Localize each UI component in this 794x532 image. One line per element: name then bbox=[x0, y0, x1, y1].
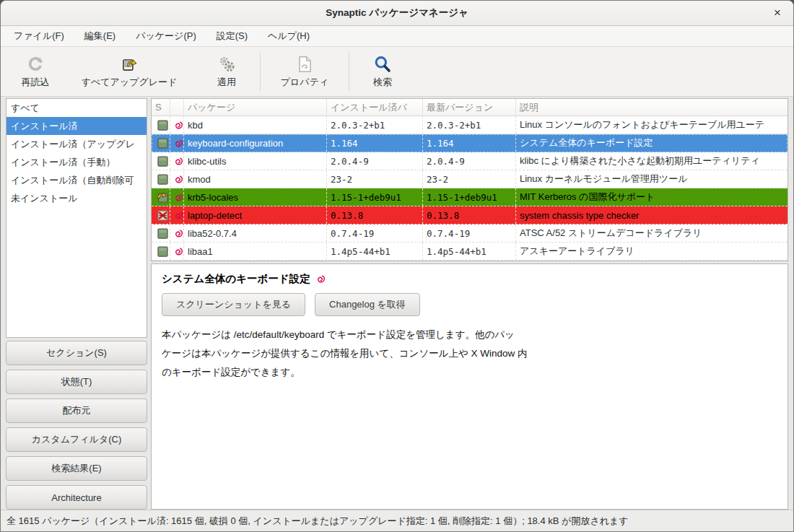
debian-swirl-icon bbox=[174, 229, 183, 238]
table-row-selected[interactable]: keyboard-configuration 1.164 1.164 システム全… bbox=[152, 134, 788, 152]
package-name: klibc-utils bbox=[184, 152, 327, 170]
package-description: klibc により構築された小さな起動初期用ユーティリティ bbox=[516, 152, 788, 170]
table-row[interactable]: klibc-utils 2.0.4-9 2.0.4-9 klibc により構築さ… bbox=[152, 152, 788, 170]
filter-not-installed[interactable]: 未インストール bbox=[6, 189, 147, 207]
filter-installed-autoremovable[interactable]: インストール済（自動削除可 bbox=[6, 171, 147, 189]
column-status[interactable]: S bbox=[152, 99, 170, 115]
package-name: krb5-locales bbox=[184, 188, 327, 206]
menu-bar: ファイル(F) 編集(E) パッケージ(P) 設定(S) ヘルプ(H) bbox=[1, 26, 793, 47]
toolbar: 再読込 すべてアップグレード 適用 プロパティ 検索 bbox=[1, 47, 793, 97]
details-description: 本パッケージは /etc/default/keyboard でキーボード設定を管… bbox=[162, 326, 779, 382]
properties-label: プロパティ bbox=[281, 76, 329, 89]
origin-cell bbox=[170, 206, 184, 224]
table-row-marked-upgrade[interactable]: krb5-locales 1.15-1+deb9u1 1.15-1+deb9u1… bbox=[152, 188, 788, 206]
origin-cell bbox=[170, 188, 184, 206]
sidebar: すべて インストール済 インストール済（アップグレ インストール済（手動） イン… bbox=[1, 97, 149, 510]
installed-status-icon bbox=[157, 138, 168, 149]
search-results-button[interactable]: 検索結果(E) bbox=[6, 456, 147, 481]
toolbar-separator bbox=[260, 52, 261, 91]
column-installed-version[interactable]: インストール済バ bbox=[327, 99, 423, 115]
sections-button[interactable]: セクション(S) bbox=[6, 341, 147, 365]
package-name: kbd bbox=[184, 116, 327, 134]
menu-edit[interactable]: 編集(E) bbox=[74, 26, 126, 46]
table-row[interactable]: liba52-0.7.4 0.7.4-19 0.7.4-19 ATSC A/52… bbox=[152, 224, 788, 243]
properties-button[interactable]: プロパティ bbox=[261, 49, 348, 94]
debian-swirl-icon bbox=[174, 175, 183, 184]
filter-installed-upgradable[interactable]: インストール済（アップグレ bbox=[6, 135, 147, 153]
view-buttons: セクション(S) 状態(T) 配布元 カスタムフィルタ(C) 検索結果(E) A… bbox=[6, 341, 147, 510]
description-line: ケージは本パッケージが提供するこの情報を用いて、コンソール上や X Window… bbox=[162, 344, 779, 363]
status-bar-text: 全 1615 パッケージ（インストール済: 1615 個, 破損 0 個, イン… bbox=[6, 515, 629, 528]
debian-swirl-icon bbox=[174, 121, 183, 130]
apply-gears-icon bbox=[217, 54, 236, 74]
custom-filters-button[interactable]: カスタムフィルタ(C) bbox=[6, 427, 147, 452]
latest-version: 1.4p5-44+b1 bbox=[423, 243, 516, 260]
installed-version: 0.13.8 bbox=[327, 206, 423, 224]
get-changelog-button[interactable]: Changelog を取得 bbox=[315, 293, 420, 316]
column-description[interactable]: 説明 bbox=[516, 99, 788, 115]
package-name: kmod bbox=[184, 170, 327, 188]
debian-swirl-icon bbox=[174, 157, 183, 166]
search-icon bbox=[373, 54, 392, 74]
status-cell bbox=[152, 243, 170, 260]
menu-package[interactable]: パッケージ(P) bbox=[126, 26, 206, 46]
installed-status-icon bbox=[157, 120, 168, 131]
latest-version: 1.164 bbox=[423, 134, 516, 152]
apply-button[interactable]: 適用 bbox=[194, 49, 259, 94]
table-row[interactable]: kbd 2.0.3-2+b1 2.0.3-2+b1 Linux コンソールのフォ… bbox=[152, 116, 788, 134]
search-label: 検索 bbox=[373, 76, 392, 89]
latest-version: 2.0.3-2+b1 bbox=[423, 116, 516, 134]
installed-status-icon bbox=[157, 174, 168, 185]
origin-cell bbox=[170, 134, 184, 152]
filter-installed-manual[interactable]: インストール済（手動） bbox=[6, 153, 147, 171]
package-description: Linux カーネルモジュール管理用ツール bbox=[516, 170, 788, 188]
search-button[interactable]: 検索 bbox=[350, 49, 415, 94]
get-screenshot-button[interactable]: スクリーンショットを見る bbox=[162, 293, 305, 316]
latest-version: 23-2 bbox=[423, 170, 516, 188]
status-cell bbox=[152, 152, 170, 170]
package-description: MIT Kerberos の国際化サポート bbox=[516, 188, 788, 206]
status-cell bbox=[152, 206, 170, 224]
table-row-marked-removal[interactable]: laptop-detect 0.13.8 0.13.8 system chass… bbox=[152, 206, 788, 224]
synaptic-window: Synaptic パッケージマネージャ × ファイル(F) 編集(E) パッケー… bbox=[0, 0, 794, 532]
debian-swirl-icon bbox=[174, 211, 183, 220]
package-name: libaa1 bbox=[184, 243, 327, 260]
details-pane: システム全体のキーボード設定 スクリーンショットを見る Changelog を取… bbox=[151, 263, 788, 510]
debian-swirl-icon bbox=[174, 139, 183, 148]
package-name: liba52-0.7.4 bbox=[184, 224, 327, 242]
column-origin[interactable] bbox=[170, 99, 184, 115]
origin-button[interactable]: 配布元 bbox=[6, 398, 147, 423]
installed-version: 1.164 bbox=[327, 134, 423, 152]
titlebar[interactable]: Synaptic パッケージマネージャ × bbox=[1, 1, 793, 26]
main-area: すべて インストール済 インストール済（アップグレ インストール済（手動） イン… bbox=[1, 97, 793, 510]
latest-version: 1.15-1+deb9u1 bbox=[423, 188, 516, 206]
table-row[interactable]: libaa1 1.4p5-44+b1 1.4p5-44+b1 アスキーアートライ… bbox=[152, 243, 788, 261]
table-row[interactable]: kmod 23-2 23-2 Linux カーネルモジュール管理用ツール bbox=[152, 170, 788, 188]
installed-status-icon bbox=[157, 156, 168, 167]
menu-settings[interactable]: 設定(S) bbox=[206, 26, 258, 46]
toolbar-separator bbox=[349, 52, 349, 91]
menu-help[interactable]: ヘルプ(H) bbox=[258, 26, 320, 46]
status-button[interactable]: 状態(T) bbox=[6, 370, 147, 394]
installed-status-icon bbox=[157, 228, 168, 239]
status-bar: 全 1615 パッケージ（インストール済: 1615 個, 破損 0 個, イン… bbox=[1, 510, 793, 531]
menu-file[interactable]: ファイル(F) bbox=[4, 26, 74, 46]
column-latest-version[interactable]: 最新バージョン bbox=[423, 99, 516, 115]
close-icon[interactable]: × bbox=[769, 4, 786, 22]
architecture-button[interactable]: Architecture bbox=[6, 485, 147, 510]
installed-version: 2.0.3-2+b1 bbox=[327, 116, 423, 134]
upgrade-all-icon bbox=[120, 54, 139, 74]
package-description: システム全体のキーボード設定 bbox=[516, 134, 788, 152]
origin-cell bbox=[170, 224, 184, 242]
properties-icon bbox=[295, 54, 314, 74]
status-cell bbox=[152, 134, 170, 152]
installed-status-icon bbox=[157, 246, 168, 257]
installed-version: 23-2 bbox=[327, 170, 423, 188]
package-description: system chassis type checker bbox=[516, 206, 788, 224]
column-package[interactable]: パッケージ bbox=[184, 99, 327, 115]
filter-installed[interactable]: インストール済 bbox=[6, 117, 147, 135]
debian-swirl-icon bbox=[174, 247, 183, 256]
upgrade-all-button[interactable]: すべてアップグレード bbox=[64, 49, 194, 94]
reload-button[interactable]: 再読込 bbox=[6, 49, 64, 94]
filter-all[interactable]: すべて bbox=[6, 99, 147, 117]
